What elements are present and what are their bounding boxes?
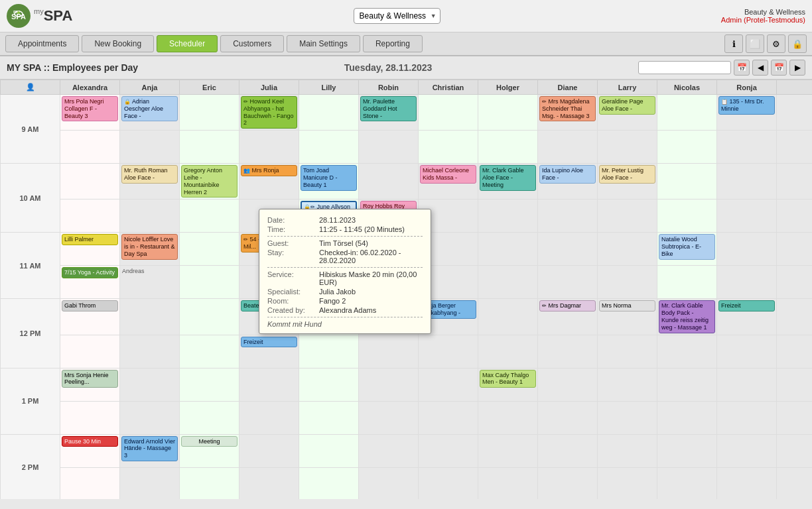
cell-1230-nicolas[interactable] xyxy=(657,335,717,368)
location-dropdown-wrapper[interactable]: Beauty & Wellness xyxy=(354,8,440,24)
cell-10am-alexandra[interactable] xyxy=(60,164,120,199)
cell-9am-alexandra[interactable]: Mrs Pola Negri Collagen F - Beauty 3 xyxy=(60,95,120,131)
cell-11am-alexandra[interactable]: Lilli Palmer xyxy=(60,233,120,266)
cell-1pm-lilly[interactable] xyxy=(299,368,359,401)
cell-9am-robin[interactable]: Mr. Paulette Goddard Hot Stone - xyxy=(359,95,419,131)
cell-10am-nicolas[interactable] xyxy=(657,164,717,199)
appt-pola-negri[interactable]: Mrs Pola Negri Collagen F - Beauty 3 xyxy=(62,96,118,121)
cell-9am-larry[interactable]: Geraldine Page Aloe Face - xyxy=(598,95,657,131)
cell-1030-ronja[interactable] xyxy=(717,199,777,233)
appt-pause-30min[interactable]: Pause 30 Min xyxy=(62,436,118,447)
nav-customers[interactable]: Customers xyxy=(220,35,284,52)
appt-natalie-wood[interactable]: Natalie Wood Subtropica - E-Bike xyxy=(659,234,715,259)
cell-9am-lilly[interactable] xyxy=(299,95,359,131)
cell-1pm-julia[interactable] xyxy=(239,368,299,401)
lock-icon-btn[interactable]: 🔒 xyxy=(788,34,807,53)
cell-130-larry[interactable] xyxy=(598,401,657,434)
cell-1230-larry[interactable] xyxy=(598,335,657,368)
cell-930-alexandra[interactable] xyxy=(60,131,120,164)
appt-yoga-activity-alex[interactable]: 7/15 Yoga - Activity xyxy=(62,267,118,278)
cell-130-christian[interactable] xyxy=(419,401,478,434)
cell-930-eric[interactable] xyxy=(180,131,239,164)
cell-11am-larry[interactable] xyxy=(598,233,657,266)
cell-230-lilly[interactable] xyxy=(299,467,359,499)
cell-12pm-eric[interactable] xyxy=(180,299,239,335)
location-dropdown[interactable]: Beauty & Wellness xyxy=(354,8,440,24)
appt-adrian[interactable]: 🔒 Adrian Oeschger Aloe Face - xyxy=(121,96,178,121)
cell-1230-robin[interactable] xyxy=(359,335,419,368)
appt-freizeit-ronja-12[interactable]: Freizeit xyxy=(718,300,775,311)
cell-10am-robin[interactable] xyxy=(359,164,419,199)
cell-11am-holger[interactable] xyxy=(478,233,538,266)
appt-howard-keel[interactable]: ✏ Howard Keel Abhyanga - hat Bauchweh - … xyxy=(241,96,297,129)
cell-930-julia[interactable] xyxy=(239,131,299,164)
info-icon-btn[interactable]: ℹ xyxy=(724,34,743,53)
cell-1030-holger[interactable] xyxy=(478,199,538,233)
cell-10am-holger[interactable]: Mr. Clark Gable Aloe Face - Meeting xyxy=(478,164,538,199)
cell-11am-eric[interactable] xyxy=(180,233,239,266)
cell-130-alexandra[interactable] xyxy=(60,401,120,434)
cell-1130-larry[interactable] xyxy=(598,266,657,299)
cell-1pm-anja[interactable] xyxy=(120,368,180,401)
cell-1230-anja[interactable] xyxy=(120,335,180,368)
appt-edward-arnold-anja[interactable]: Edward Arnold Vier Hände - Massage 3 xyxy=(121,436,178,461)
cell-2pm-anja[interactable]: Edward Arnold Vier Hände - Massage 3 xyxy=(120,434,180,467)
cell-2pm-ronja[interactable] xyxy=(717,434,777,467)
cell-130-eric[interactable] xyxy=(180,401,239,434)
cell-9am-nicolas[interactable] xyxy=(657,95,717,131)
cell-2pm-lilly[interactable] xyxy=(299,434,359,467)
cell-1pm-diane[interactable] xyxy=(538,368,598,401)
cell-930-nicolas[interactable] xyxy=(657,131,717,164)
nav-new-booking[interactable]: New Booking xyxy=(82,35,154,52)
cell-9am-diane[interactable]: ✏ Mrs Magdalena Schneider Thai Msg. - Ma… xyxy=(538,95,598,131)
cell-10am-larry[interactable]: Mr. Peter Lustig Aloe Face - xyxy=(598,164,657,199)
cell-1030-larry[interactable] xyxy=(598,199,657,233)
cell-2pm-diane[interactable] xyxy=(538,434,598,467)
cell-130-holger[interactable] xyxy=(478,401,538,434)
cell-2pm-julia[interactable] xyxy=(239,434,299,467)
cell-130-ronja[interactable] xyxy=(717,401,777,434)
appt-paulette-goddard[interactable]: Mr. Paulette Goddard Hot Stone - xyxy=(360,96,417,121)
appt-michael-corleone[interactable]: Michael Corleone Kids Massa - xyxy=(420,165,476,184)
cell-2pm-nicolas[interactable] xyxy=(657,434,717,467)
cell-10am-diane[interactable]: Ida Lupino Aloe Face - xyxy=(538,164,598,199)
cell-10am-julia[interactable]: 👥 Mrs Ronja xyxy=(239,164,299,199)
cell-930-holger[interactable] xyxy=(478,131,538,164)
cell-12pm-anja[interactable] xyxy=(120,299,180,335)
cell-2pm-larry[interactable] xyxy=(598,434,657,467)
appt-magdalena-schneider[interactable]: ✏ Mrs Magdalena Schneider Thai Msg. - Ma… xyxy=(539,96,596,121)
nav-main-settings[interactable]: Main Settings xyxy=(287,35,360,52)
appt-ida-lupino[interactable]: Ida Lupino Aloe Face - xyxy=(539,165,596,184)
cell-1130-eric[interactable] xyxy=(180,266,239,299)
cell-1pm-alexandra[interactable]: Mrs Sonja Henie Peeling... xyxy=(60,368,120,401)
appt-clark-gable-body-pack[interactable]: Mr. Clark Gable Body Pack - Kunde reiss … xyxy=(659,300,715,333)
cell-1pm-holger[interactable]: Max Cady Thalgo Men - Beauty 1 xyxy=(478,368,538,401)
cell-9am-ronja[interactable]: 📋 135 - Mrs Dr. Minnie xyxy=(717,95,777,131)
cell-1pm-ronja[interactable] xyxy=(717,368,777,401)
cell-230-anja[interactable] xyxy=(120,467,180,499)
cell-930-robin[interactable] xyxy=(359,131,419,164)
cell-2pm-christian[interactable] xyxy=(419,434,478,467)
cell-11am-ronja[interactable] xyxy=(717,233,777,266)
appt-mrs-ronja[interactable]: 👥 Mrs Ronja xyxy=(241,165,297,176)
cell-930-anja[interactable] xyxy=(120,131,180,164)
appt-clark-gable-meeting[interactable]: Mr. Clark Gable Aloe Face - Meeting xyxy=(480,165,536,190)
cell-1130-nicolas[interactable] xyxy=(657,266,717,299)
cell-930-diane[interactable] xyxy=(538,131,598,164)
cell-10am-lilly[interactable]: Tom Joad Manicure D - Beauty 1 xyxy=(299,164,359,199)
cell-1130-ronja[interactable] xyxy=(717,266,777,299)
cell-12pm-larry[interactable]: Mrs Norma xyxy=(598,299,657,335)
appt-lilli-palmer[interactable]: Lilli Palmer xyxy=(62,234,118,245)
appt-ruth-roman[interactable]: Mr. Ruth Roman Aloe Face - xyxy=(121,165,178,184)
cell-1230-ronja[interactable] xyxy=(717,335,777,368)
cell-1130-diane[interactable] xyxy=(538,266,598,299)
cell-1230-diane[interactable] xyxy=(538,335,598,368)
cell-11am-nicolas[interactable]: Natalie Wood Subtropica - E-Bike xyxy=(657,233,717,266)
cell-9am-julia[interactable]: ✏ Howard Keel Abhyanga - hat Bauchweh - … xyxy=(239,95,299,131)
cell-130-nicolas[interactable] xyxy=(657,401,717,434)
cell-10am-ronja[interactable] xyxy=(717,164,777,199)
cell-9am-christian[interactable] xyxy=(419,95,478,131)
cell-12pm-diane[interactable]: ✏ Mrs Dagmar xyxy=(538,299,598,335)
appt-geraldine-page[interactable]: Geraldine Page Aloe Face - xyxy=(599,96,655,115)
cell-930-christian[interactable] xyxy=(419,131,478,164)
